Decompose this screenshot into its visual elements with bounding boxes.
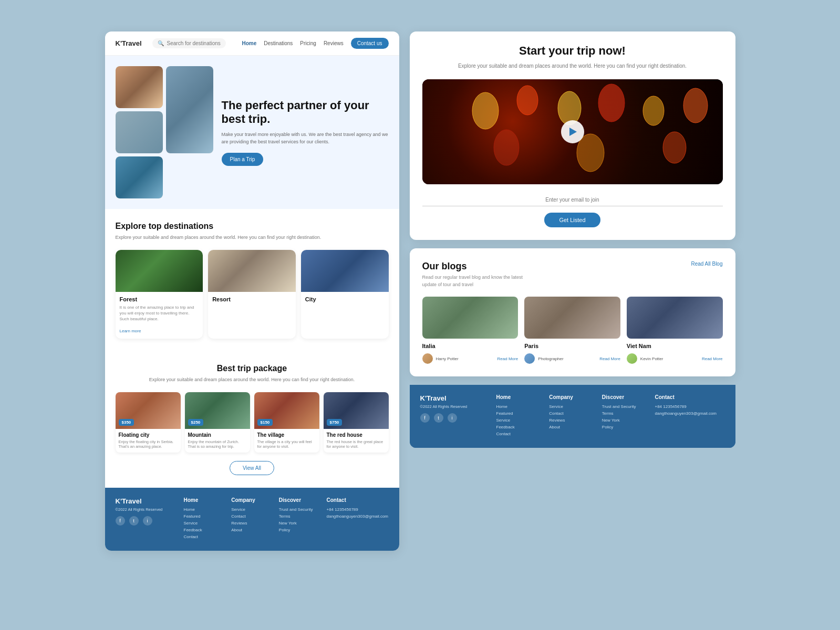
hero-title: The perfect partner of your best trip. xyxy=(222,99,389,127)
twitter-icon[interactable]: t xyxy=(129,516,139,526)
blogs-grid: Italia Harry Potter Read More Paris Phot… xyxy=(422,297,723,364)
video-player[interactable] xyxy=(422,79,723,184)
village-price: $150 xyxy=(257,419,273,426)
nav-reviews[interactable]: Reviews xyxy=(324,40,344,46)
view-all-button[interactable]: View All xyxy=(230,461,274,475)
dest-name-forest: Forest xyxy=(120,296,199,302)
blogs-title: Our blogs xyxy=(422,261,538,272)
search-input[interactable] xyxy=(167,40,221,46)
instagram-icon[interactable]: i xyxy=(143,516,152,526)
get-listed-button[interactable]: Get Listed xyxy=(544,213,600,227)
email-input[interactable] xyxy=(422,194,723,206)
rf-new-york[interactable]: New York xyxy=(602,418,649,423)
blog-author-vietnam: Kevin Potter Read More xyxy=(627,353,723,364)
rf-instagram-icon[interactable]: i xyxy=(448,413,457,423)
footer-contact-title: Contact xyxy=(326,497,388,503)
footer-policy[interactable]: Policy xyxy=(279,528,320,532)
right-footer-content: K'Travel ©2022 All Rights Reserved f t i… xyxy=(410,385,735,448)
rf-link-service[interactable]: Service xyxy=(496,418,543,423)
dest-name-resort: Resort xyxy=(212,296,292,302)
dest-name-city: City xyxy=(305,296,385,302)
read-more-vietnam[interactable]: Read More xyxy=(702,356,723,361)
package-village: $150 The village The village is a city y… xyxy=(254,392,319,453)
footer-company-contact[interactable]: Contact xyxy=(231,514,273,519)
rf-home-title: Home xyxy=(496,394,543,400)
pkg-name-village: The village xyxy=(257,432,316,438)
dest-desc-forest: It is one of the amazing place to trip a… xyxy=(120,304,199,322)
packages-title: Best trip package xyxy=(116,364,389,373)
learn-more-forest[interactable]: Learn more xyxy=(120,329,141,333)
package-floating-city: $350 Floating city Enjoy the floating ci… xyxy=(116,392,181,453)
rf-twitter-icon[interactable]: t xyxy=(434,413,443,423)
rf-link-featured[interactable]: Featured xyxy=(496,411,543,416)
floating-city-price: $350 xyxy=(119,419,134,426)
hero-image-2 xyxy=(166,66,213,153)
footer-company-col: Company Service Contact Reviews About xyxy=(231,497,273,541)
rf-home-col: Home Home Featured Service Feedback Cont… xyxy=(496,394,543,438)
footer-new-york[interactable]: New York xyxy=(279,521,320,526)
footer-link-contact[interactable]: Contact xyxy=(184,534,225,539)
hero-section: The perfect partner of your best trip. M… xyxy=(105,56,399,209)
destinations-grid: Forest It is one of the amazing place to… xyxy=(116,250,389,339)
rf-company-reviews[interactable]: Reviews xyxy=(549,418,596,423)
hero-image-4 xyxy=(116,156,163,198)
hero-description: Make your travel more enjoyable with us.… xyxy=(222,131,389,145)
footer-trust[interactable]: Trust and Security xyxy=(279,507,320,512)
footer-link-featured[interactable]: Featured xyxy=(184,514,225,519)
footer-link-feedback[interactable]: Feedback xyxy=(184,528,225,532)
nav-destinations[interactable]: Destinations xyxy=(264,40,293,46)
svg-point-10 xyxy=(663,132,686,163)
package-mountain: $250 Mountain Enjoy the mountain of Zuri… xyxy=(185,392,250,453)
footer-home-title: Home xyxy=(184,497,225,503)
package-red-house: $750 The red house The red house is the … xyxy=(324,392,389,453)
rf-company-contact[interactable]: Contact xyxy=(549,411,596,416)
video-background xyxy=(422,79,723,184)
nav-links: Home Destinations Pricing Reviews Contac… xyxy=(242,38,388,49)
rf-link-home[interactable]: Home xyxy=(496,404,543,409)
read-more-paris[interactable]: Read More xyxy=(599,356,620,361)
rf-trust[interactable]: Trust and Security xyxy=(602,404,649,409)
footer-contact-col: Contact +84 1235456789 dangthoanguyen303… xyxy=(326,497,388,541)
destination-resort: Resort xyxy=(208,250,296,339)
footer-link-service[interactable]: Service xyxy=(184,521,225,526)
contact-button[interactable]: Contact us xyxy=(351,38,389,49)
read-more-italia[interactable]: Read More xyxy=(497,356,518,361)
footer-company-reviews[interactable]: Reviews xyxy=(231,521,273,526)
rf-link-feedback[interactable]: Feedback xyxy=(496,425,543,429)
read-all-blog-button[interactable]: Read All Blog xyxy=(691,261,722,267)
rf-company-about[interactable]: About xyxy=(549,425,596,429)
right-footer: K'Travel ©2022 All Rights Reserved f t i… xyxy=(410,385,735,448)
pkg-name-house: The red house xyxy=(327,432,386,438)
site-footer: K'Travel ©2022 All Rights Reserved f t i… xyxy=(105,488,399,551)
footer-link-home[interactable]: Home xyxy=(184,507,225,512)
play-button[interactable] xyxy=(561,120,584,143)
rf-link-contact[interactable]: Contact xyxy=(496,432,543,436)
plan-trip-button[interactable]: Plan a Trip xyxy=(222,153,264,166)
footer-company-about[interactable]: About xyxy=(231,528,273,532)
navbar: K'Travel 🔍 Home Destinations Pricing Rev… xyxy=(105,32,399,56)
red-house-price: $750 xyxy=(327,419,343,426)
rf-phone: +84 1235456789 xyxy=(655,404,724,409)
rf-facebook-icon[interactable]: f xyxy=(420,413,430,423)
hero-image-3 xyxy=(116,111,163,153)
blog-paris: Paris Photographer Read More xyxy=(524,297,620,364)
rf-policy[interactable]: Policy xyxy=(602,425,649,429)
facebook-icon[interactable]: f xyxy=(116,516,125,526)
play-icon xyxy=(569,128,577,136)
pkg-desc-village: The village is a city you will feel for … xyxy=(257,439,316,450)
nav-home[interactable]: Home xyxy=(242,40,256,46)
rf-terms[interactable]: Terms xyxy=(602,411,649,416)
email-input-wrap xyxy=(422,194,723,206)
packages-section: Best trip package Explore your suitable … xyxy=(105,351,399,488)
pkg-desc-mountain: Enjoy the mountain of Zurich. That is so… xyxy=(188,439,247,450)
nav-pricing[interactable]: Pricing xyxy=(300,40,316,46)
blog-vietnam: Viet Nam Kevin Potter Read More xyxy=(627,297,723,364)
rf-company-title: Company xyxy=(549,394,596,400)
hero-image-1 xyxy=(116,66,163,108)
search-bar[interactable]: 🔍 xyxy=(152,38,226,48)
footer-terms[interactable]: Terms xyxy=(279,514,320,519)
rf-email: dangthoanguyen303@gmail.com xyxy=(655,411,724,416)
footer-company-service[interactable]: Service xyxy=(231,507,273,512)
rf-discover-title: Discover xyxy=(602,394,649,400)
rf-company-service[interactable]: Service xyxy=(549,404,596,409)
